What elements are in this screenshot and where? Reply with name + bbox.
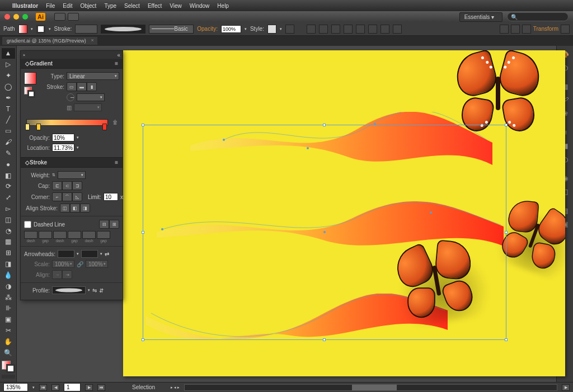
menu-type[interactable]: Type <box>104 3 116 9</box>
dash-1-input[interactable] <box>24 231 37 239</box>
app-menu[interactable]: Illustrator <box>12 3 38 9</box>
tool-line[interactable]: ╱ <box>2 115 15 125</box>
stroke-swatch[interactable] <box>36 25 45 34</box>
tool-hand[interactable]: ✋ <box>2 337 15 347</box>
tool-gradient[interactable]: ◨ <box>2 259 15 270</box>
tool-perspective[interactable]: ▦ <box>2 237 15 247</box>
align-right-icon[interactable] <box>331 25 340 34</box>
panel-close-icon[interactable]: × <box>21 53 27 57</box>
graphic-style-swatch[interactable] <box>267 25 276 34</box>
edit-mask-icon[interactable] <box>522 25 531 34</box>
gap-3-input[interactable] <box>97 231 110 239</box>
menu-effect[interactable]: Effect <box>148 3 162 9</box>
gap-2-input[interactable] <box>68 231 81 239</box>
corner-miter-button[interactable]: ⌐ <box>52 192 62 201</box>
selection-bounding-box[interactable] <box>143 125 506 340</box>
tool-column-graph[interactable]: ⊪ <box>2 303 15 314</box>
tool-slice[interactable]: ✂ <box>2 325 15 336</box>
dash-align-button[interactable]: ⊞ <box>109 220 119 229</box>
tool-zoom[interactable]: 🔍 <box>2 347 15 358</box>
document-tab[interactable]: gradient.ai @ 135% (RGB/Preview) <box>2 37 97 45</box>
tool-mesh[interactable]: ⊞ <box>2 248 15 258</box>
isolate-icon[interactable] <box>500 25 509 34</box>
stroke-grad-within-button[interactable]: ▭ <box>67 82 77 91</box>
gradient-stop-2[interactable] <box>36 124 41 130</box>
gradient-type-select[interactable]: Linear <box>67 72 119 80</box>
gradient-stop-1[interactable] <box>25 124 30 130</box>
gradient-angle-input[interactable] <box>77 93 105 101</box>
help-search-input[interactable]: 🔍 <box>507 12 569 21</box>
scroll-right-button[interactable]: ▶ <box>562 384 570 391</box>
corner-round-button[interactable]: ⌒ <box>62 192 72 201</box>
menu-object[interactable]: Object <box>80 3 96 9</box>
gap-1-input[interactable] <box>39 231 52 239</box>
align-stroke-center-button[interactable]: ◫ <box>60 204 70 212</box>
tool-scale[interactable]: ⤢ <box>2 192 15 203</box>
tool-pencil[interactable]: ✎ <box>2 148 15 158</box>
gradient-fill-stroke-toggle[interactable] <box>24 87 35 98</box>
align-bottom-icon[interactable] <box>368 25 377 34</box>
menu-help[interactable]: Help <box>217 3 229 9</box>
brush-definition-select[interactable]: Basic <box>149 25 194 34</box>
swap-arrowheads-icon[interactable]: ⇄ <box>105 251 109 257</box>
arrowhead-start-select[interactable] <box>58 250 74 258</box>
stroke-grad-along-button[interactable]: ▬ <box>77 82 87 91</box>
tool-rotate[interactable]: ⟳ <box>2 181 15 192</box>
horizontal-scrollbar[interactable] <box>184 384 557 391</box>
opacity-input[interactable] <box>221 25 241 33</box>
workspace-switcher[interactable]: Essentials ▾ <box>459 12 502 22</box>
distribute-v-icon[interactable] <box>393 25 402 34</box>
gradient-stop-3[interactable] <box>102 124 107 130</box>
tool-blend[interactable]: ◑ <box>2 281 15 291</box>
bridge-icon[interactable] <box>54 13 65 21</box>
edit-clip-icon[interactable] <box>511 25 520 34</box>
cap-projecting-button[interactable]: ⊐ <box>72 181 82 190</box>
artboard[interactable] <box>123 50 565 376</box>
delete-stop-icon[interactable]: 🗑 <box>112 119 118 125</box>
first-artboard-button[interactable]: ⏮ <box>39 384 47 391</box>
zoom-window-button[interactable] <box>22 14 28 20</box>
align-stroke-inside-button[interactable]: ◧ <box>70 204 80 212</box>
width-profile-select[interactable] <box>52 286 86 294</box>
flip-along-icon[interactable]: ⇋ <box>92 287 97 294</box>
stop-opacity-input[interactable] <box>52 134 74 141</box>
cap-butt-button[interactable]: ⊏ <box>52 181 62 190</box>
zoom-level-input[interactable]: 135% <box>3 383 28 391</box>
fill-swatch[interactable] <box>18 25 27 34</box>
cap-round-button[interactable]: ⊂ <box>62 181 72 190</box>
fill-stroke-control[interactable] <box>2 361 15 373</box>
tool-type[interactable]: T <box>2 103 15 114</box>
stroke-weight-select[interactable] <box>75 25 97 34</box>
menu-file[interactable]: File <box>46 3 55 9</box>
gradient-preview-swatch[interactable] <box>24 72 36 84</box>
align-top-icon[interactable] <box>344 25 353 34</box>
next-artboard-button[interactable]: ▶ <box>85 384 93 391</box>
tool-selection[interactable]: ▲ <box>2 48 15 59</box>
miter-limit-input[interactable] <box>104 193 118 201</box>
tool-magic-wand[interactable]: ✦ <box>2 70 15 81</box>
tool-width[interactable]: ▻ <box>2 204 15 214</box>
tool-direct-selection[interactable]: ▷ <box>2 59 15 70</box>
flip-across-icon[interactable]: ⇵ <box>99 287 104 294</box>
tool-free-transform[interactable]: ◫ <box>2 214 15 225</box>
dash-2-input[interactable] <box>53 231 67 239</box>
tool-paintbrush[interactable]: 🖌 <box>2 137 15 148</box>
tool-eraser[interactable]: ◧ <box>2 170 15 181</box>
arrange-icon[interactable] <box>68 13 79 21</box>
corner-bevel-button[interactable]: ◺ <box>72 192 82 201</box>
tool-symbol-sprayer[interactable]: ⁂ <box>2 292 15 303</box>
stop-location-input[interactable] <box>52 144 74 152</box>
menu-view[interactable]: View <box>170 3 182 9</box>
tool-shape-builder[interactable]: ◔ <box>2 225 15 236</box>
dash-3-input[interactable] <box>82 231 96 239</box>
stroke-grad-across-button[interactable]: ▮ <box>87 82 97 91</box>
tool-blob-brush[interactable]: ● <box>2 159 15 169</box>
gradient-ramp[interactable]: 🗑 <box>24 117 119 130</box>
tool-rectangle[interactable]: ▭ <box>2 126 15 136</box>
color-mode-strip[interactable] <box>2 375 15 379</box>
align-left-icon[interactable] <box>307 25 316 34</box>
tool-pen[interactable]: ✒ <box>2 92 15 103</box>
menu-window[interactable]: Window <box>190 3 210 9</box>
close-window-button[interactable] <box>4 14 10 20</box>
arrowhead-end-select[interactable] <box>81 250 98 258</box>
